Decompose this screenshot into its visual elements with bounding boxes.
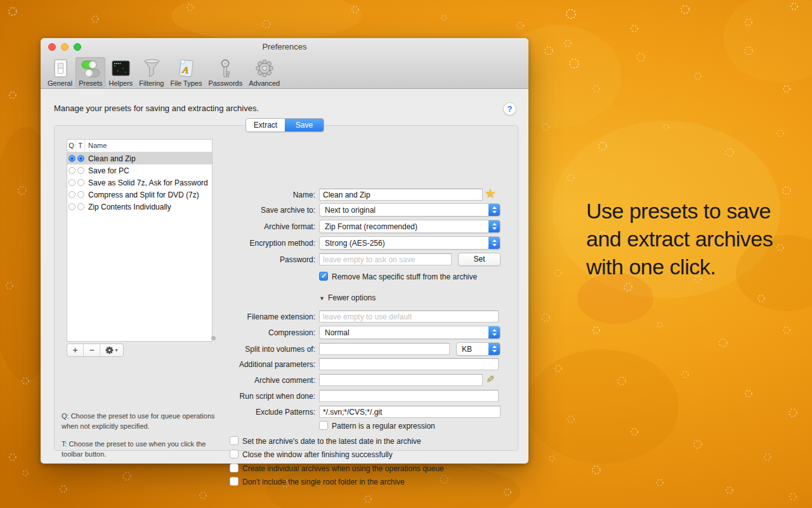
toolbar-radio[interactable] bbox=[77, 191, 84, 198]
preset-row[interactable]: Zip Contents Individually bbox=[67, 201, 212, 213]
toolbar-label: File Types bbox=[170, 79, 202, 88]
column-header-q[interactable]: Q bbox=[67, 140, 76, 152]
root-folder-label: Don't include the single root folder in … bbox=[242, 478, 405, 486]
toolbar: General Presets Helpers Filtering A File… bbox=[41, 56, 528, 89]
toolbar-label: Helpers bbox=[108, 79, 133, 88]
toggles-icon bbox=[79, 58, 102, 79]
queue-radio[interactable] bbox=[69, 155, 75, 162]
archive-comment-field[interactable] bbox=[319, 374, 483, 386]
titlebar[interactable]: Preferences bbox=[41, 38, 528, 56]
split-unit-select[interactable]: KB bbox=[456, 342, 501, 356]
queue-radio[interactable] bbox=[69, 179, 75, 186]
toolbar-note: T: Choose the preset to use when you cli… bbox=[62, 439, 219, 460]
additional-parameters-field[interactable] bbox=[319, 358, 499, 370]
save-archive-to-label: Save archive to: bbox=[206, 206, 315, 215]
popup-arrows-icon bbox=[488, 326, 500, 338]
svg-text:A: A bbox=[181, 64, 190, 75]
terminal-icon bbox=[109, 58, 132, 79]
add-preset-button[interactable]: + bbox=[67, 344, 84, 356]
name-label: Name: bbox=[206, 190, 315, 199]
toolbar-label: General bbox=[48, 79, 72, 88]
run-script-label: Run script when done: bbox=[206, 392, 315, 401]
preset-row[interactable]: Save for PC bbox=[67, 164, 212, 177]
archive-date-checkbox[interactable] bbox=[230, 436, 239, 445]
extract-save-segmented-control: Extract Save bbox=[246, 118, 324, 132]
preset-name: Save for PC bbox=[85, 166, 212, 175]
close-window-checkbox[interactable] bbox=[230, 450, 239, 458]
tab-extract[interactable]: Extract bbox=[246, 119, 285, 131]
split-volumes-field[interactable] bbox=[319, 343, 450, 355]
queue-radio[interactable] bbox=[69, 167, 75, 174]
toolbar-item-general[interactable]: General bbox=[44, 57, 75, 88]
archive-date-label: Set the archive's date to the latest dat… bbox=[242, 437, 421, 446]
pattern-regex-checkbox[interactable] bbox=[319, 421, 328, 430]
popup-arrows-icon bbox=[488, 237, 500, 249]
compression-select[interactable]: Normal bbox=[319, 326, 501, 339]
toolbar-item-presets[interactable]: Presets bbox=[75, 57, 105, 88]
toolbar-item-file-types[interactable]: A File Types bbox=[167, 57, 205, 88]
popup-arrows-icon bbox=[488, 343, 500, 355]
individual-archives-checkbox[interactable] bbox=[230, 464, 239, 472]
preset-actions-menu-button[interactable]: ▾ bbox=[100, 344, 123, 356]
save-archive-to-select[interactable]: Next to original bbox=[319, 203, 501, 217]
archive-format-label: Archive format: bbox=[206, 222, 315, 231]
favorite-star-icon[interactable]: ★ bbox=[485, 185, 496, 201]
funnel-icon bbox=[140, 58, 163, 79]
document-a-icon: A bbox=[174, 58, 197, 79]
name-field[interactable] bbox=[319, 189, 483, 201]
fewer-options-disclosure[interactable]: ▼Fewer options bbox=[319, 293, 376, 302]
run-script-field[interactable] bbox=[319, 390, 499, 402]
disclosure-triangle-icon: ▼ bbox=[319, 295, 325, 302]
filename-extension-field[interactable] bbox=[319, 311, 499, 323]
remove-mac-label: Remove Mac specific stuff from the archi… bbox=[332, 272, 477, 281]
exclude-patterns-field[interactable] bbox=[319, 406, 501, 418]
column-header-t[interactable]: T bbox=[76, 140, 85, 152]
toolbar-item-advanced[interactable]: Advanced bbox=[246, 57, 283, 88]
exclude-patterns-label: Exclude Patterns: bbox=[206, 408, 315, 417]
toolbar-item-filtering[interactable]: Filtering bbox=[136, 57, 167, 88]
key-icon bbox=[214, 58, 237, 79]
toolbar-radio[interactable] bbox=[77, 203, 84, 210]
chevron-down-icon: ▾ bbox=[115, 344, 117, 356]
tab-save[interactable]: Save bbox=[285, 119, 324, 131]
toolbar-radio[interactable] bbox=[77, 179, 84, 186]
toolbar-radio[interactable] bbox=[77, 155, 84, 162]
help-button[interactable]: ? bbox=[503, 102, 516, 116]
queue-note: Q: Choose the preset to use for queue op… bbox=[62, 411, 219, 432]
preset-name: Compress and Split for DVD (7z) bbox=[85, 190, 212, 199]
preset-name: Clean and Zip bbox=[85, 154, 212, 163]
gear-small-icon bbox=[105, 346, 114, 354]
close-window-label: Close the window after finishing success… bbox=[242, 450, 393, 459]
preset-row[interactable]: Clean and Zip bbox=[67, 152, 212, 164]
set-password-button[interactable]: Set bbox=[458, 253, 501, 266]
column-header-name[interactable]: Name bbox=[85, 140, 212, 152]
gear-icon bbox=[253, 58, 276, 79]
toolbar-label: Presets bbox=[79, 79, 102, 88]
remove-mac-checkbox[interactable] bbox=[319, 272, 328, 281]
toolbar-item-passwords[interactable]: Passwords bbox=[205, 57, 246, 88]
edit-comment-pencil-icon[interactable]: ✎ bbox=[486, 373, 494, 385]
filename-extension-label: Filename extension: bbox=[206, 312, 315, 321]
toolbar-item-helpers[interactable]: Helpers bbox=[105, 57, 136, 88]
root-folder-checkbox[interactable] bbox=[230, 477, 239, 486]
marketing-caption: Use presets to save and extract archives… bbox=[586, 197, 776, 281]
remove-preset-button[interactable]: − bbox=[84, 344, 100, 356]
light-switch-icon bbox=[49, 58, 72, 79]
window-title: Preferences bbox=[41, 42, 528, 51]
additional-parameters-label: Additional parameters: bbox=[206, 360, 315, 369]
password-field[interactable] bbox=[319, 253, 452, 265]
toolbar-radio[interactable] bbox=[77, 167, 84, 174]
toolbar-label: Filtering bbox=[139, 79, 164, 88]
preset-name: Save as Solid 7z, Ask for Password bbox=[85, 178, 212, 187]
archive-comment-label: Archive comment: bbox=[206, 376, 315, 385]
encryption-method-select[interactable]: Strong (AES-256) bbox=[319, 236, 501, 250]
preset-row[interactable]: Save as Solid 7z, Ask for Password bbox=[67, 177, 212, 189]
preferences-window: Preferences General Presets Helpers Filt… bbox=[41, 38, 528, 464]
queue-radio[interactable] bbox=[69, 191, 75, 198]
popup-arrows-icon bbox=[488, 220, 500, 232]
queue-radio[interactable] bbox=[69, 203, 75, 210]
preset-list-actions: + − ▾ bbox=[67, 344, 124, 357]
archive-format-select[interactable]: Zip Format (recommended) bbox=[319, 220, 501, 233]
compression-label: Compression: bbox=[206, 328, 315, 337]
preset-row[interactable]: Compress and Split for DVD (7z) bbox=[67, 189, 212, 201]
